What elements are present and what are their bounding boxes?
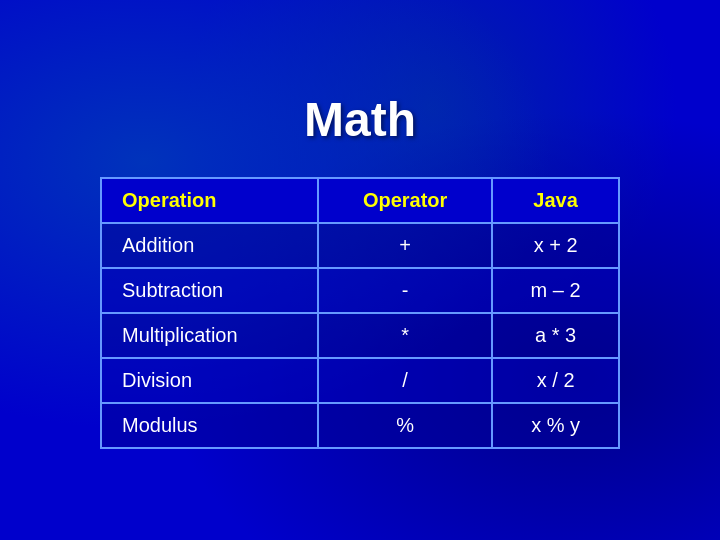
page-title: Math [304, 92, 416, 147]
cell-java-0: x + 2 [492, 223, 619, 268]
table-row: Division/x / 2 [101, 358, 619, 403]
math-table: Operation Operator Java Addition+x + 2Su… [100, 177, 620, 449]
header-operator: Operator [318, 178, 492, 223]
cell-java-1: m – 2 [492, 268, 619, 313]
cell-operator-1: - [318, 268, 492, 313]
cell-java-4: x % y [492, 403, 619, 448]
cell-java-3: x / 2 [492, 358, 619, 403]
table-row: Addition+x + 2 [101, 223, 619, 268]
cell-operation-1: Subtraction [101, 268, 318, 313]
cell-operation-0: Addition [101, 223, 318, 268]
cell-operator-4: % [318, 403, 492, 448]
cell-operator-2: * [318, 313, 492, 358]
table-row: Modulus%x % y [101, 403, 619, 448]
cell-java-2: a * 3 [492, 313, 619, 358]
cell-operation-4: Modulus [101, 403, 318, 448]
cell-operation-2: Multiplication [101, 313, 318, 358]
table-header-row: Operation Operator Java [101, 178, 619, 223]
table-row: Subtraction-m – 2 [101, 268, 619, 313]
header-operation: Operation [101, 178, 318, 223]
cell-operator-3: / [318, 358, 492, 403]
cell-operator-0: + [318, 223, 492, 268]
header-java: Java [492, 178, 619, 223]
table-row: Multiplication*a * 3 [101, 313, 619, 358]
cell-operation-3: Division [101, 358, 318, 403]
